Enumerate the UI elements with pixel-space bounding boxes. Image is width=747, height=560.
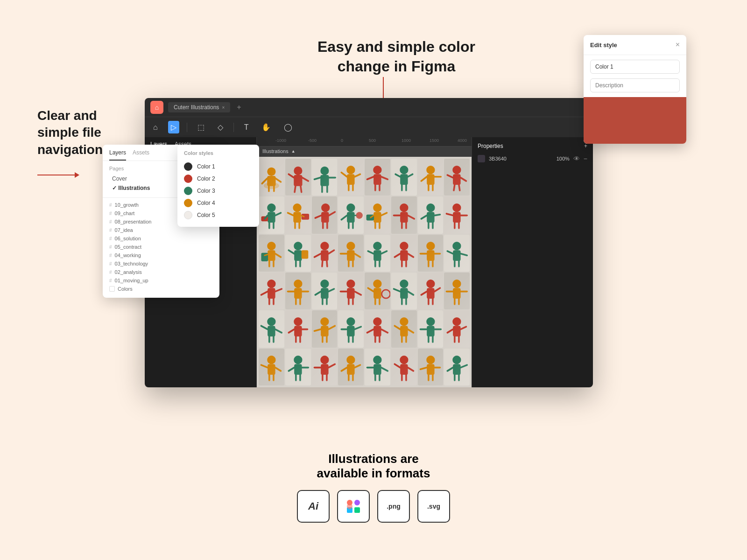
illus-cell-6-5: [365, 349, 390, 385]
svg-line-152: [261, 292, 268, 295]
svg-rect-169: [347, 288, 354, 299]
svg-rect-289: [453, 364, 460, 375]
lp-layer-01-moving-up[interactable]: #01_moving_up: [109, 276, 213, 285]
esp-description-input[interactable]: [590, 78, 680, 92]
illustration-grid: [257, 157, 472, 387]
svg-line-219: [355, 327, 361, 329]
cs-color1-name: Color 1: [197, 163, 215, 170]
illus-cell-6-1: [259, 349, 284, 385]
lp-layer-06-solution[interactable]: #06_solution: [109, 234, 213, 243]
toolbar-move[interactable]: ⌂: [150, 121, 161, 133]
left-text-section: Clear and simple file navigation: [37, 107, 103, 178]
svg-rect-32: [400, 174, 408, 185]
illus-cell-6-6: [391, 349, 417, 385]
toolbar-select[interactable]: ▷: [168, 121, 179, 133]
figma-tab[interactable]: Cuterr Illustrations ×: [168, 102, 230, 112]
svg-rect-64: [321, 212, 329, 223]
svg-line-53: [275, 213, 281, 215]
illus-cell-3-3: [312, 235, 338, 272]
bottom-section: Illustrations are available in formats A…: [0, 452, 747, 523]
lp-tab-assets[interactable]: Assets: [133, 149, 149, 161]
esp-close-button[interactable]: ×: [676, 41, 680, 49]
svg-rect-283: [427, 364, 434, 375]
figma-tab-close[interactable]: ×: [222, 105, 225, 110]
svg-line-183: [408, 292, 413, 295]
properties-add-icon[interactable]: +: [584, 143, 587, 149]
toolbar-shape[interactable]: ◇: [215, 121, 226, 133]
svg-line-129: [381, 251, 387, 253]
svg-line-11: [295, 186, 296, 192]
svg-line-254: [289, 367, 294, 371]
illus-cell-4-7: [418, 273, 444, 309]
lp-layer-07-idea[interactable]: #07_idea: [109, 226, 213, 234]
svg-rect-133: [400, 250, 408, 261]
figma-right-panel: Properties + 3B3640 100% 👁 −: [472, 137, 593, 387]
svg-line-10: [302, 178, 308, 181]
svg-rect-84: [400, 212, 408, 223]
lp-layer-02-analysis[interactable]: #02_analysis: [109, 268, 213, 276]
svg-point-72: [356, 212, 363, 219]
toolbar-frame[interactable]: ⬚: [195, 121, 207, 133]
cs-item-color3[interactable]: Color 3: [184, 185, 253, 197]
svg-line-92: [434, 215, 440, 216]
illus-cell-3-2: [285, 235, 311, 272]
figma-tab-add[interactable]: +: [237, 103, 241, 112]
fill-remove-icon[interactable]: −: [584, 155, 587, 162]
svg-line-9: [289, 174, 294, 177]
cs-item-color5[interactable]: Color 5: [184, 209, 253, 221]
svg-line-39: [421, 177, 427, 181]
figma-canvas[interactable]: -1000 -500 0 500 1000 1500 4000 Illustra…: [257, 137, 472, 387]
illus-cell-1-6: [391, 159, 417, 196]
lp-layer-05-contract[interactable]: #05_contract: [109, 243, 213, 251]
illus-cell-3-6: [391, 235, 417, 272]
illus-cell-3-8: [444, 235, 470, 272]
lp-layer-04-working[interactable]: #04_working: [109, 251, 213, 259]
svg-rect-253: [294, 364, 302, 375]
svg-rect-44: [453, 174, 460, 185]
svg-rect-70: [347, 212, 354, 223]
svg-line-4: [276, 178, 281, 182]
svg-line-60: [301, 216, 304, 217]
illus-cell-3-7: [418, 235, 444, 272]
svg-point-95: [453, 203, 461, 212]
bottom-title: Illustrations are available in formats: [317, 452, 430, 481]
cs-header: Color styles: [184, 150, 253, 156]
svg-line-80: [381, 213, 387, 215]
svg-point-210: [320, 317, 329, 326]
svg-rect-20: [347, 174, 354, 185]
cs-item-color1[interactable]: Color 1: [184, 161, 253, 173]
svg-line-118: [322, 261, 322, 266]
svg-line-135: [408, 253, 413, 257]
svg-line-15: [314, 178, 320, 180]
svg-line-22: [355, 174, 360, 176]
toolbar-comment[interactable]: ◯: [281, 121, 295, 133]
toolbar-hand[interactable]: ✋: [259, 121, 274, 133]
cs-item-color4[interactable]: Color 4: [184, 197, 253, 209]
svg-rect-259: [321, 364, 328, 375]
cs-item-color2[interactable]: Color 2: [184, 173, 253, 185]
lp-layer-colors[interactable]: Colors: [109, 285, 213, 293]
svg-rect-8: [294, 175, 302, 186]
fill-eye-icon[interactable]: 👁: [573, 155, 580, 162]
illus-cell-1-3: [312, 159, 338, 196]
illus-cell-2-7: [418, 196, 444, 233]
illus-cell-1-4: [338, 159, 364, 196]
illus-cell-3-1: [259, 235, 284, 272]
svg-rect-163: [321, 288, 328, 299]
toolbar-text[interactable]: T: [241, 121, 252, 133]
svg-point-63: [321, 203, 330, 212]
esp-name-input[interactable]: [590, 60, 680, 74]
lp-layer-03-technology[interactable]: #03_technology: [109, 259, 213, 268]
arrow-line: [37, 175, 75, 175]
svg-line-284: [420, 367, 427, 369]
svg-point-252: [294, 356, 302, 364]
svg-line-267: [355, 365, 360, 367]
lp-tab-layers[interactable]: Layers: [109, 149, 126, 161]
svg-point-276: [400, 356, 408, 364]
canvas-ruler: -1000 -500 0 500 1000 1500 4000: [257, 137, 472, 147]
top-text-section: Easy and simple color change in Figma: [317, 37, 475, 76]
figma-home-icon[interactable]: ⌂: [150, 101, 163, 114]
illus-cell-5-4: [338, 310, 364, 347]
svg-point-240: [453, 317, 461, 326]
svg-line-188: [421, 292, 427, 295]
